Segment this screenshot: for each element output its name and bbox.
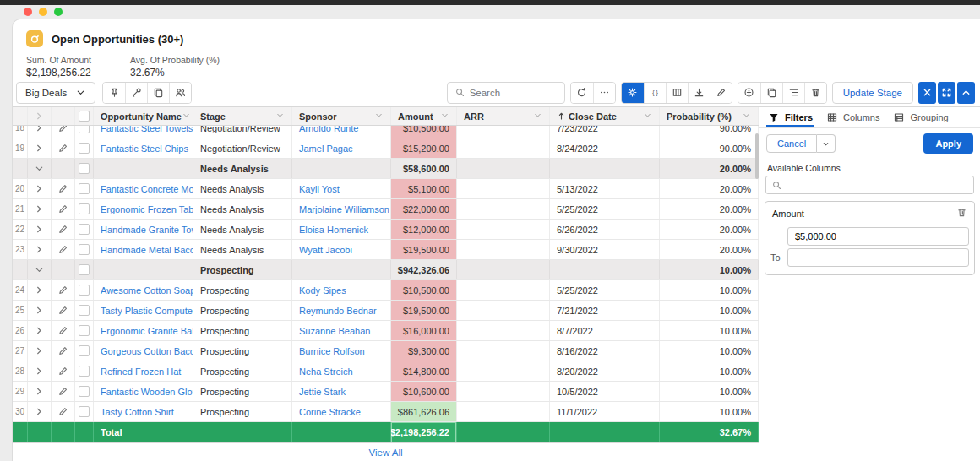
sponsor-link[interactable]: Jettie Stark [299,387,346,397]
collapse-group-button[interactable] [28,159,52,178]
column-header-close-date[interactable]: Close Date [550,107,660,125]
table-view-button[interactable] [666,83,688,103]
tab-columns[interactable]: Columns [826,107,879,127]
edit-row-button[interactable] [52,199,75,219]
column-menu-button-probability[interactable] [742,111,751,122]
settings-gear-button[interactable] [622,83,644,103]
search-input[interactable] [470,88,558,98]
edit-row-button[interactable] [52,301,75,320]
column-menu-button-amount[interactable] [440,111,449,122]
column-menu-button-close-date[interactable] [643,111,652,122]
duplicate-record-button[interactable] [760,83,782,103]
expand-row-button[interactable] [28,341,52,361]
sponsor-link[interactable]: Jamel Pagac [299,144,353,154]
column-menu-button-opportunity-name[interactable] [182,111,191,122]
opportunity-link[interactable]: Refined Frozen Hat [101,366,181,377]
expand-row-button[interactable] [28,402,52,421]
column-header-probability[interactable]: Probability (%) [660,107,759,125]
edit-row-button[interactable] [52,280,75,300]
more-options-button[interactable] [593,83,615,103]
remove-filter-button[interactable] [956,207,967,220]
row-checkbox[interactable] [79,386,90,397]
sponsor-link[interactable]: Eloisa Homenick [299,225,368,235]
opportunity-link[interactable]: Fantastic Concrete Mouse [101,184,193,194]
row-checkbox[interactable] [79,183,90,194]
edit-row-button[interactable] [52,138,75,158]
edit-row-button[interactable] [52,220,75,239]
close-window-button[interactable] [24,8,32,16]
expand-row-button[interactable] [28,179,52,198]
select-all-checkbox[interactable] [79,111,90,122]
amount-from-input[interactable] [787,227,969,246]
opportunity-link[interactable]: Fantastic Wooden Gloves [101,387,193,397]
expand-row-button[interactable] [28,301,52,320]
column-header-opportunity-name[interactable]: Opportunity Name [94,107,193,125]
sponsor-link[interactable]: Burnice Rolfson [299,346,365,356]
row-checkbox[interactable] [79,305,90,316]
sponsor-link[interactable]: Wyatt Jacobi [299,245,352,255]
expand-row-button[interactable] [28,280,52,300]
collapse-button[interactable] [957,82,975,104]
sponsor-link[interactable]: Corine Stracke [299,407,361,417]
sponsor-link[interactable]: Kayli Yost [299,184,340,194]
expand-row-button[interactable] [28,321,52,340]
opportunity-link[interactable]: Ergonomic Granite Ball [101,326,193,336]
sponsor-link[interactable]: Arnoldo Runte [299,126,358,133]
row-checkbox[interactable] [79,325,90,336]
column-menu-button-stage[interactable] [275,111,285,122]
opportunity-link[interactable]: Ergonomic Frozen Table [101,204,193,214]
row-checkbox[interactable] [79,244,90,255]
edit-row-button[interactable] [52,382,75,401]
row-checkbox[interactable] [79,126,90,133]
expand-row-button[interactable] [28,126,52,138]
close-grid-button[interactable] [918,82,936,104]
edit-row-button[interactable] [52,126,75,138]
collapse-group-button[interactable] [28,260,52,279]
cancel-menu-button[interactable] [817,134,836,153]
row-checkbox[interactable] [79,224,90,235]
refresh-button[interactable] [571,83,593,103]
edit-mode-button[interactable] [710,83,732,103]
edit-row-button[interactable] [52,321,75,340]
sponsor-link[interactable]: Reymundo Bednar [299,306,377,316]
column-menu-button-arr[interactable] [533,111,542,122]
opportunity-link[interactable]: Awesome Cotton Soap [101,285,193,296]
minimize-window-button[interactable] [39,8,47,16]
edit-row-button[interactable] [52,240,75,259]
view-selector[interactable]: Big Deals [16,82,95,104]
column-menu-button-sponsor[interactable] [374,111,384,122]
edit-row-button[interactable] [52,361,75,381]
users-button[interactable] [169,83,191,103]
pin-button[interactable] [103,83,125,103]
grid-scrollbar[interactable] [754,127,759,442]
sponsor-link[interactable]: Neha Streich [299,366,353,377]
delete-record-button[interactable] [804,83,826,103]
opportunity-link[interactable]: Handmade Metal Bacon [101,245,193,255]
edit-row-button[interactable] [52,341,75,361]
expand-row-button[interactable] [28,382,52,401]
view-all-link[interactable]: View All [368,447,402,458]
expand-row-button[interactable] [28,199,52,219]
expand-row-button[interactable] [28,240,52,259]
column-header-arr[interactable]: ARR [457,107,550,125]
expand-row-button[interactable] [28,138,52,158]
opportunity-link[interactable]: Tasty Plastic Computer [101,306,193,316]
amount-to-input[interactable] [787,248,969,267]
column-header-sponsor[interactable]: Sponsor [292,107,391,125]
scrollbar-thumb[interactable] [755,133,759,179]
add-record-button[interactable] [738,83,760,103]
row-checkbox[interactable] [79,366,90,377]
row-checkbox[interactable] [79,345,90,356]
column-header-amount[interactable]: Amount [391,107,457,125]
opportunity-link[interactable]: Handmade Granite Towels [101,225,193,235]
row-checkbox[interactable] [79,285,90,296]
sponsor-link[interactable]: Kody Sipes [299,285,346,296]
sponsor-link[interactable]: Suzanne Beahan [299,326,370,336]
opportunity-link[interactable]: Gorgeous Cotton Bacon [101,346,193,356]
json-view-button[interactable]: { } [644,83,666,103]
edit-row-button[interactable] [52,179,75,198]
apply-button[interactable]: Apply [923,133,973,154]
expand-row-button[interactable] [28,220,52,239]
edit-row-button[interactable] [52,402,75,421]
group-checkbox[interactable] [79,264,90,275]
